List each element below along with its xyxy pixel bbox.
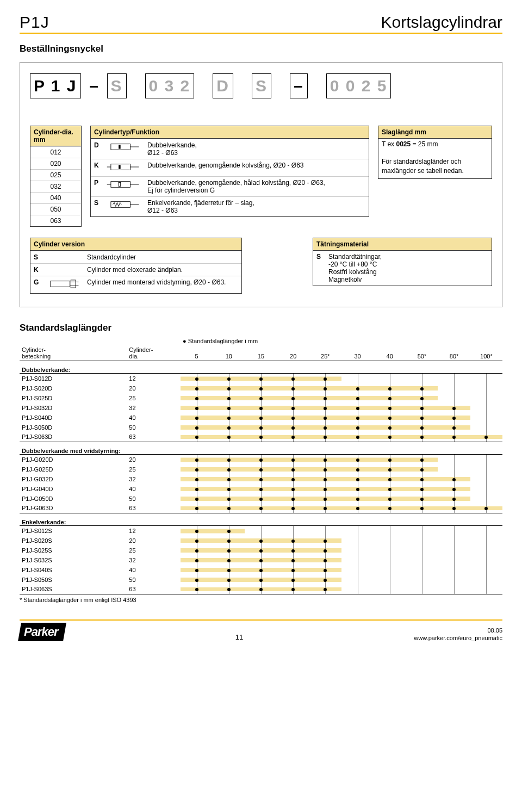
stroke-cell bbox=[374, 484, 406, 494]
stroke-cell bbox=[374, 565, 406, 575]
stroke-cell bbox=[406, 455, 438, 464]
stroke-cell bbox=[470, 555, 502, 565]
stroke-cell bbox=[309, 575, 341, 585]
footer-date: 08.05 bbox=[414, 627, 502, 634]
stroke-row-dia: 32 bbox=[127, 403, 181, 413]
stroke-cell bbox=[213, 455, 245, 464]
stroke-cell bbox=[309, 413, 341, 423]
stroke-cell bbox=[341, 494, 374, 504]
stroke-cell bbox=[245, 526, 277, 536]
stroke-cell bbox=[470, 484, 502, 494]
stroke-cell bbox=[470, 403, 502, 413]
stroke-group-header: Enkelverkande: bbox=[20, 513, 502, 526]
stroke-row-label: P1J-G020D bbox=[20, 455, 127, 464]
stroke-cell bbox=[213, 374, 245, 383]
cylinder-dia-value: 012 bbox=[30, 147, 81, 158]
stroke-cell bbox=[470, 374, 502, 383]
stroke-cell bbox=[438, 585, 470, 594]
stroke-cell bbox=[374, 575, 406, 585]
stroke-cell bbox=[374, 423, 406, 432]
stroke-cell bbox=[245, 504, 277, 513]
stroke-cell bbox=[181, 494, 213, 504]
stroke-cell bbox=[406, 374, 438, 383]
stroke-cell bbox=[181, 474, 213, 484]
stroke-cell bbox=[406, 383, 438, 393]
col-header-stroke: 40 bbox=[374, 345, 406, 361]
seal-code: S bbox=[313, 251, 325, 286]
stroke-cell bbox=[277, 413, 309, 423]
stroke-cell bbox=[470, 474, 502, 484]
stroke-cell bbox=[406, 403, 438, 413]
stroke-length-title: Slaglängd mm bbox=[378, 126, 492, 139]
stroke-row-dia: 32 bbox=[127, 474, 181, 484]
stroke-cell bbox=[277, 526, 309, 536]
stroke-cell bbox=[309, 504, 341, 513]
stroke-cell bbox=[309, 474, 341, 484]
stroke-cell bbox=[470, 455, 502, 464]
std-strokes-title: Standardslaglängder bbox=[20, 323, 502, 333]
stroke-cell bbox=[438, 432, 470, 442]
stroke-cell bbox=[341, 575, 374, 585]
stroke-row-label: P1J-S012S bbox=[20, 526, 127, 536]
stroke-cell bbox=[406, 575, 438, 585]
stroke-cell bbox=[245, 403, 277, 413]
stroke-row-label: P1J-S020D bbox=[20, 383, 127, 393]
stroke-cell bbox=[309, 432, 341, 442]
stroke-row-dia: 32 bbox=[127, 555, 181, 565]
stroke-cell bbox=[213, 575, 245, 585]
cylinder-dia-value: 032 bbox=[30, 181, 81, 193]
stroke-cell bbox=[277, 555, 309, 565]
stroke-example-pre: T ex bbox=[382, 140, 396, 148]
stroke-cell bbox=[406, 504, 438, 513]
stroke-cell bbox=[341, 536, 374, 546]
footer-url: www.parker.com/euro_pneumatic bbox=[414, 635, 502, 641]
stroke-cell bbox=[277, 393, 309, 403]
cylinder-dia-value: 050 bbox=[30, 204, 81, 215]
stroke-group-header: Dubbelverkande med vridstyrning: bbox=[20, 442, 502, 455]
cylinder-symbol-icon bbox=[103, 177, 144, 197]
stroke-cell bbox=[277, 504, 309, 513]
stroke-cell bbox=[341, 383, 374, 393]
stroke-cell bbox=[245, 432, 277, 442]
order-code-cell: S bbox=[252, 73, 271, 98]
stroke-cell bbox=[309, 455, 341, 464]
stroke-row-label: P1J-S012D bbox=[20, 374, 127, 383]
svg-rect-6 bbox=[119, 165, 121, 169]
stroke-row-label: P1J-S025S bbox=[20, 546, 127, 555]
stroke-cell bbox=[309, 464, 341, 474]
version-desc: Cylinder med eloxerade ändplan. bbox=[84, 264, 241, 276]
stroke-row-label: P1J-G063D bbox=[20, 504, 127, 513]
stroke-cell bbox=[374, 413, 406, 423]
stroke-cell bbox=[374, 455, 406, 464]
stroke-row-label: P1J-S025D bbox=[20, 393, 127, 403]
stroke-cell bbox=[341, 413, 374, 423]
stroke-cell bbox=[181, 575, 213, 585]
stroke-cell bbox=[277, 423, 309, 432]
version-symbol-icon bbox=[42, 251, 84, 264]
stroke-cell bbox=[406, 565, 438, 575]
stroke-cell bbox=[406, 555, 438, 565]
stroke-cell bbox=[470, 565, 502, 575]
stroke-cell bbox=[309, 423, 341, 432]
col-header-stroke: 5 bbox=[181, 345, 213, 361]
stroke-cell bbox=[470, 546, 502, 555]
stroke-cell bbox=[374, 536, 406, 546]
stroke-note: För standardslagländer och maxlängder se… bbox=[382, 158, 464, 174]
stroke-cell bbox=[438, 555, 470, 565]
func-code: K bbox=[91, 159, 103, 177]
stroke-cell bbox=[341, 546, 374, 555]
cylinder-dia-value: 063 bbox=[30, 215, 81, 227]
stroke-cell bbox=[277, 565, 309, 575]
stroke-cell bbox=[181, 464, 213, 474]
stroke-cell bbox=[245, 555, 277, 565]
stroke-cell bbox=[438, 455, 470, 464]
cylinder-dia-box: Cylinder-dia. mm 012020025032040050063 bbox=[30, 126, 82, 227]
svg-rect-2 bbox=[119, 145, 121, 148]
stroke-cell bbox=[277, 494, 309, 504]
svg-rect-14 bbox=[71, 280, 76, 288]
stroke-cell bbox=[438, 536, 470, 546]
std-strokes-table: ● Standardslaglängder i mmCylinder- bete… bbox=[20, 337, 502, 594]
version-code: K bbox=[30, 264, 42, 276]
stroke-cell bbox=[309, 484, 341, 494]
stroke-row-dia: 25 bbox=[127, 393, 181, 403]
